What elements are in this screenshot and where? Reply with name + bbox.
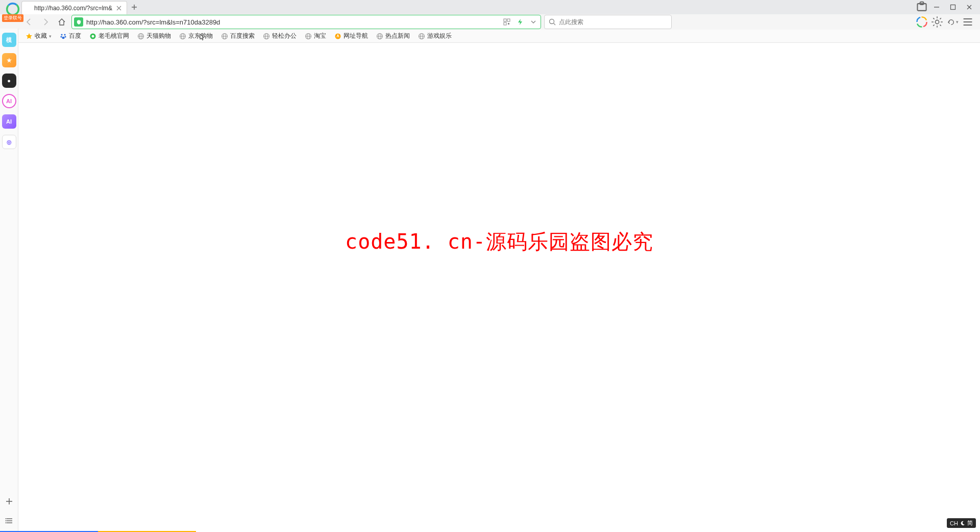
sidebar-app-4[interactable]: AI <box>2 94 16 108</box>
bookmark-label: 天猫购物 <box>146 32 171 40</box>
svg-point-35 <box>64 34 65 35</box>
login-badge[interactable]: 登录联号 <box>2 14 23 22</box>
bookmark-item-3[interactable]: 京东购物 <box>176 31 216 41</box>
nav-bar: http://hao.360.com/?src=lm&ls=n710da3289… <box>0 14 980 30</box>
watermark-text: code51. cn-源码乐园盗图必究 <box>345 228 653 256</box>
moon-icon <box>960 521 965 526</box>
bookmark-item-1[interactable]: 老毛桃官网 <box>86 31 132 41</box>
sidebar-add-button[interactable] <box>3 495 15 507</box>
ime-mode: 简 <box>967 519 973 527</box>
url-text[interactable]: http://hao.360.com/?src=lm&ls=n710da3289… <box>86 18 499 26</box>
svg-point-34 <box>61 34 62 35</box>
tab-active[interactable]: http://hao.360.com/?src=lm& <box>21 1 127 14</box>
address-bar[interactable]: http://hao.360.com/?src=lm&ls=n710da3289… <box>71 15 541 29</box>
svg-point-69 <box>6 520 7 521</box>
maximize-button[interactable] <box>945 2 961 13</box>
forward-button[interactable] <box>39 15 52 29</box>
nav-right: ▾ <box>916 16 976 28</box>
tab-strip: http://hao.360.com/?src=lm& <box>0 0 916 14</box>
bookmark-label: 轻松办公 <box>272 32 297 40</box>
sidebar: 模 ★ ● AI AI ◎ <box>0 29 18 532</box>
bookmark-item-9[interactable]: 游戏娱乐 <box>415 31 455 41</box>
bookmark-item-7[interactable]: 网址导航 <box>331 31 371 41</box>
svg-rect-9 <box>951 5 955 10</box>
bookmarks-bar: 收藏 ▾ 百度老毛桃官网天猫购物京东购物百度搜索轻松办公淘宝网址导航热点新闻游戏… <box>0 30 980 43</box>
bookmark-label: 热点新闻 <box>385 32 410 40</box>
bookmark-item-5[interactable]: 轻松办公 <box>260 31 300 41</box>
svg-point-36 <box>60 36 62 37</box>
svg-point-16 <box>550 19 554 24</box>
search-bar[interactable] <box>544 15 672 29</box>
svg-line-17 <box>554 23 556 26</box>
svg-point-37 <box>64 36 66 37</box>
bookmark-label: 京东购物 <box>188 32 213 40</box>
search-input[interactable] <box>559 18 667 26</box>
bookmark-item-0[interactable]: 百度 <box>57 31 84 41</box>
menu-icon[interactable] <box>962 16 974 28</box>
window-controls <box>916 0 980 14</box>
svg-point-22 <box>935 20 939 23</box>
svg-point-68 <box>6 518 7 519</box>
shield-icon <box>74 17 83 27</box>
bookmark-item-8[interactable]: 热点新闻 <box>373 31 413 41</box>
svg-rect-13 <box>507 19 510 21</box>
favorites-label: 收藏 <box>35 32 47 40</box>
bookmark-item-4[interactable]: 百度搜索 <box>218 31 258 41</box>
favorites-button[interactable]: 收藏 ▾ <box>22 31 55 41</box>
sidebar-list-button[interactable] <box>3 515 15 527</box>
ime-lang: CH <box>950 520 958 526</box>
undo-icon[interactable]: ▾ <box>946 16 959 28</box>
minimize-button[interactable] <box>929 2 944 13</box>
sidebar-app-2[interactable]: ★ <box>2 53 16 67</box>
bookmark-label: 淘宝 <box>314 32 326 40</box>
gear-icon[interactable] <box>931 16 943 28</box>
extension-icon[interactable] <box>916 2 928 13</box>
svg-rect-14 <box>504 22 506 25</box>
title-bar: http://hao.360.com/?src=lm& <box>0 0 980 14</box>
chevron-down-icon: ▾ <box>49 34 52 39</box>
new-tab-button[interactable] <box>127 0 141 14</box>
svg-rect-15 <box>508 23 509 25</box>
search-icon <box>549 18 556 26</box>
svg-point-40 <box>92 35 94 37</box>
sidebar-app-3[interactable]: ● <box>2 74 16 88</box>
home-button[interactable] <box>55 15 68 29</box>
bookmark-label: 百度 <box>69 32 81 40</box>
browser-logo: 登录联号 <box>2 2 23 22</box>
star-icon <box>26 33 33 40</box>
bookmark-label: 游戏娱乐 <box>427 32 452 40</box>
close-icon[interactable] <box>115 5 122 12</box>
close-window-button[interactable] <box>962 2 977 13</box>
sidebar-app-1[interactable]: 模 <box>2 33 16 47</box>
bookmark-label: 网址导航 <box>344 32 368 40</box>
bookmark-item-2[interactable]: 天猫购物 <box>134 31 174 41</box>
sidebar-app-6[interactable]: ◎ <box>2 135 16 149</box>
qr-icon[interactable] <box>502 17 512 27</box>
ime-badge[interactable]: CH 简 <box>947 518 976 528</box>
page-content: code51. cn-源码乐园盗图必究 <box>18 43 980 532</box>
svg-line-29 <box>933 25 934 26</box>
svg-line-27 <box>933 18 934 19</box>
tab-title: http://hao.360.com/?src=lm& <box>34 5 112 12</box>
svg-point-70 <box>6 522 7 523</box>
color-circle-icon[interactable] <box>916 16 928 28</box>
bookmark-label: 百度搜索 <box>230 32 255 40</box>
back-button[interactable] <box>22 15 36 29</box>
bookmark-item-6[interactable]: 淘宝 <box>302 31 329 41</box>
svg-point-38 <box>62 36 64 38</box>
bookmark-label: 老毛桃官网 <box>99 32 129 40</box>
lightning-icon[interactable] <box>515 17 525 27</box>
svg-line-28 <box>940 25 941 26</box>
tab-favicon <box>26 6 31 11</box>
chevron-down-icon[interactable] <box>528 17 538 27</box>
sidebar-app-5[interactable]: AI <box>2 114 16 129</box>
svg-line-30 <box>940 18 941 19</box>
svg-rect-12 <box>504 19 506 21</box>
